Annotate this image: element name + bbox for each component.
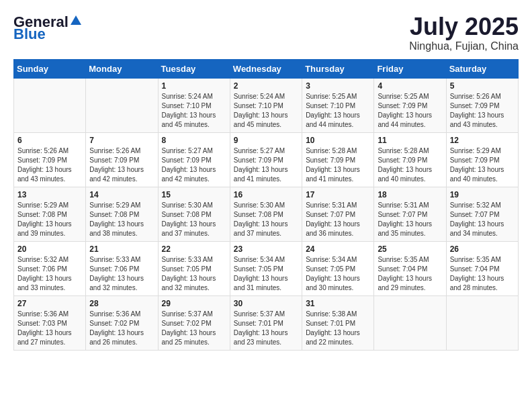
day-number: 27 xyxy=(17,299,82,308)
calendar-week-row: 13Sunrise: 5:29 AM Sunset: 7:08 PM Dayli… xyxy=(14,187,519,241)
calendar-day-cell: 6Sunrise: 5:26 AM Sunset: 7:09 PM Daylig… xyxy=(14,132,86,187)
weekday-header-tuesday: Tuesday xyxy=(158,59,230,78)
day-number: 4 xyxy=(378,81,442,91)
day-info: Sunrise: 5:32 AM Sunset: 7:07 PM Dayligh… xyxy=(450,201,515,238)
weekday-header-saturday: Saturday xyxy=(446,59,518,78)
calendar-day-cell: 30Sunrise: 5:37 AM Sunset: 7:01 PM Dayli… xyxy=(230,295,302,350)
calendar-day-cell: 2Sunrise: 5:24 AM Sunset: 7:10 PM Daylig… xyxy=(230,78,302,132)
calendar-day-cell: 9Sunrise: 5:27 AM Sunset: 7:09 PM Daylig… xyxy=(230,132,302,187)
calendar-day-cell: 16Sunrise: 5:30 AM Sunset: 7:08 PM Dayli… xyxy=(230,187,302,241)
calendar-week-row: 27Sunrise: 5:36 AM Sunset: 7:03 PM Dayli… xyxy=(14,295,519,350)
day-info: Sunrise: 5:27 AM Sunset: 7:09 PM Dayligh… xyxy=(162,146,226,184)
calendar-day-cell xyxy=(86,78,158,132)
calendar-day-cell: 4Sunrise: 5:25 AM Sunset: 7:09 PM Daylig… xyxy=(374,78,446,132)
calendar-day-cell: 12Sunrise: 5:29 AM Sunset: 7:09 PM Dayli… xyxy=(446,132,518,187)
calendar-day-cell: 8Sunrise: 5:27 AM Sunset: 7:09 PM Daylig… xyxy=(158,132,230,187)
location-subtitle: Ninghua, Fujian, China xyxy=(409,40,519,52)
calendar-day-cell: 25Sunrise: 5:35 AM Sunset: 7:04 PM Dayli… xyxy=(374,241,446,295)
day-info: Sunrise: 5:27 AM Sunset: 7:09 PM Dayligh… xyxy=(234,146,298,184)
calendar-day-cell: 29Sunrise: 5:37 AM Sunset: 7:02 PM Dayli… xyxy=(158,295,230,350)
day-number: 31 xyxy=(306,299,370,308)
day-info: Sunrise: 5:24 AM Sunset: 7:10 PM Dayligh… xyxy=(234,92,298,130)
svg-marker-0 xyxy=(71,15,81,25)
day-info: Sunrise: 5:34 AM Sunset: 7:05 PM Dayligh… xyxy=(234,255,298,293)
day-number: 17 xyxy=(306,190,370,199)
month-year-title: July 2025 xyxy=(409,13,519,40)
day-number: 3 xyxy=(306,81,370,91)
day-info: Sunrise: 5:29 AM Sunset: 7:08 PM Dayligh… xyxy=(17,201,82,238)
weekday-header-sunday: Sunday xyxy=(14,59,86,78)
day-number: 30 xyxy=(234,299,298,308)
day-info: Sunrise: 5:30 AM Sunset: 7:08 PM Dayligh… xyxy=(162,201,226,238)
calendar-day-cell: 22Sunrise: 5:33 AM Sunset: 7:05 PM Dayli… xyxy=(158,241,230,295)
calendar-table: SundayMondayTuesdayWednesdayThursdayFrid… xyxy=(13,59,519,351)
calendar-day-cell: 23Sunrise: 5:34 AM Sunset: 7:05 PM Dayli… xyxy=(230,241,302,295)
calendar-day-cell: 7Sunrise: 5:26 AM Sunset: 7:09 PM Daylig… xyxy=(86,132,158,187)
day-info: Sunrise: 5:36 AM Sunset: 7:02 PM Dayligh… xyxy=(89,310,154,347)
calendar-day-cell: 5Sunrise: 5:26 AM Sunset: 7:09 PM Daylig… xyxy=(446,78,518,132)
day-info: Sunrise: 5:25 AM Sunset: 7:09 PM Dayligh… xyxy=(378,92,442,130)
day-number: 16 xyxy=(234,190,298,199)
day-number: 29 xyxy=(162,299,226,308)
day-number: 10 xyxy=(306,136,370,145)
calendar-day-cell xyxy=(14,78,86,132)
day-info: Sunrise: 5:33 AM Sunset: 7:06 PM Dayligh… xyxy=(89,255,154,293)
calendar-day-cell: 28Sunrise: 5:36 AM Sunset: 7:02 PM Dayli… xyxy=(86,295,158,350)
day-info: Sunrise: 5:32 AM Sunset: 7:06 PM Dayligh… xyxy=(17,255,82,293)
day-number: 21 xyxy=(89,244,154,254)
day-number: 7 xyxy=(89,136,154,145)
day-info: Sunrise: 5:26 AM Sunset: 7:09 PM Dayligh… xyxy=(17,146,82,184)
logo-blue-text: Blue xyxy=(13,26,46,43)
day-number: 8 xyxy=(162,136,226,145)
day-number: 11 xyxy=(378,136,442,145)
day-number: 5 xyxy=(450,81,515,91)
calendar-day-cell: 26Sunrise: 5:35 AM Sunset: 7:04 PM Dayli… xyxy=(446,241,518,295)
calendar-day-cell: 19Sunrise: 5:32 AM Sunset: 7:07 PM Dayli… xyxy=(446,187,518,241)
page-header: General Blue July 2025 Ninghua, Fujian, … xyxy=(13,13,519,52)
logo: General Blue xyxy=(13,13,83,43)
weekday-header-row: SundayMondayTuesdayWednesdayThursdayFrid… xyxy=(14,59,519,78)
day-info: Sunrise: 5:35 AM Sunset: 7:04 PM Dayligh… xyxy=(378,255,442,293)
day-info: Sunrise: 5:26 AM Sunset: 7:09 PM Dayligh… xyxy=(450,92,515,130)
calendar-day-cell: 24Sunrise: 5:34 AM Sunset: 7:05 PM Dayli… xyxy=(302,241,374,295)
day-number: 12 xyxy=(450,136,515,145)
calendar-day-cell xyxy=(374,295,446,350)
calendar-day-cell: 3Sunrise: 5:25 AM Sunset: 7:10 PM Daylig… xyxy=(302,78,374,132)
calendar-day-cell: 13Sunrise: 5:29 AM Sunset: 7:08 PM Dayli… xyxy=(14,187,86,241)
day-number: 13 xyxy=(17,190,82,199)
day-number: 26 xyxy=(450,244,515,254)
day-number: 19 xyxy=(450,190,515,199)
day-info: Sunrise: 5:31 AM Sunset: 7:07 PM Dayligh… xyxy=(306,201,370,238)
day-number: 20 xyxy=(17,244,82,254)
day-info: Sunrise: 5:30 AM Sunset: 7:08 PM Dayligh… xyxy=(234,201,298,238)
day-info: Sunrise: 5:29 AM Sunset: 7:08 PM Dayligh… xyxy=(89,201,154,238)
calendar-day-cell: 11Sunrise: 5:28 AM Sunset: 7:09 PM Dayli… xyxy=(374,132,446,187)
calendar-day-cell: 10Sunrise: 5:28 AM Sunset: 7:09 PM Dayli… xyxy=(302,132,374,187)
calendar-day-cell: 1Sunrise: 5:24 AM Sunset: 7:10 PM Daylig… xyxy=(158,78,230,132)
day-number: 28 xyxy=(89,299,154,308)
calendar-day-cell: 27Sunrise: 5:36 AM Sunset: 7:03 PM Dayli… xyxy=(14,295,86,350)
day-info: Sunrise: 5:35 AM Sunset: 7:04 PM Dayligh… xyxy=(450,255,515,293)
calendar-day-cell: 15Sunrise: 5:30 AM Sunset: 7:08 PM Dayli… xyxy=(158,187,230,241)
day-info: Sunrise: 5:34 AM Sunset: 7:05 PM Dayligh… xyxy=(306,255,370,293)
calendar-week-row: 1Sunrise: 5:24 AM Sunset: 7:10 PM Daylig… xyxy=(14,78,519,132)
day-info: Sunrise: 5:36 AM Sunset: 7:03 PM Dayligh… xyxy=(17,310,82,347)
calendar-week-row: 20Sunrise: 5:32 AM Sunset: 7:06 PM Dayli… xyxy=(14,241,519,295)
day-number: 1 xyxy=(162,81,226,91)
day-info: Sunrise: 5:31 AM Sunset: 7:07 PM Dayligh… xyxy=(378,201,442,238)
calendar-day-cell: 14Sunrise: 5:29 AM Sunset: 7:08 PM Dayli… xyxy=(86,187,158,241)
day-number: 2 xyxy=(234,81,298,91)
day-info: Sunrise: 5:33 AM Sunset: 7:05 PM Dayligh… xyxy=(162,255,226,293)
day-number: 23 xyxy=(234,244,298,254)
day-number: 15 xyxy=(162,190,226,199)
day-info: Sunrise: 5:37 AM Sunset: 7:02 PM Dayligh… xyxy=(162,310,226,347)
day-info: Sunrise: 5:29 AM Sunset: 7:09 PM Dayligh… xyxy=(450,146,515,184)
day-number: 14 xyxy=(89,190,154,199)
calendar-day-cell: 18Sunrise: 5:31 AM Sunset: 7:07 PM Dayli… xyxy=(374,187,446,241)
day-number: 25 xyxy=(378,244,442,254)
day-info: Sunrise: 5:37 AM Sunset: 7:01 PM Dayligh… xyxy=(234,310,298,347)
calendar-day-cell: 21Sunrise: 5:33 AM Sunset: 7:06 PM Dayli… xyxy=(86,241,158,295)
logo-icon xyxy=(69,14,83,28)
title-block: July 2025 Ninghua, Fujian, China xyxy=(409,13,519,52)
weekday-header-thursday: Thursday xyxy=(302,59,374,78)
